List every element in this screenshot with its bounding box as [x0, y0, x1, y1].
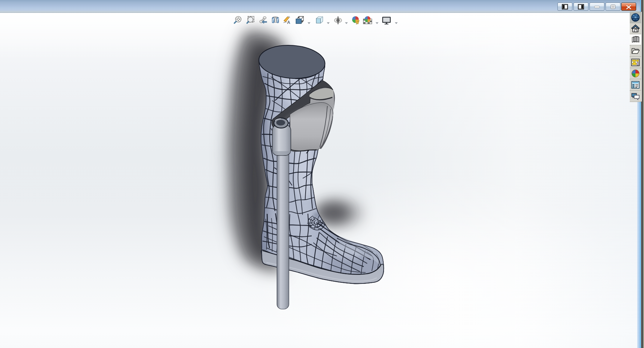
- svg-text:A: A: [287, 20, 290, 25]
